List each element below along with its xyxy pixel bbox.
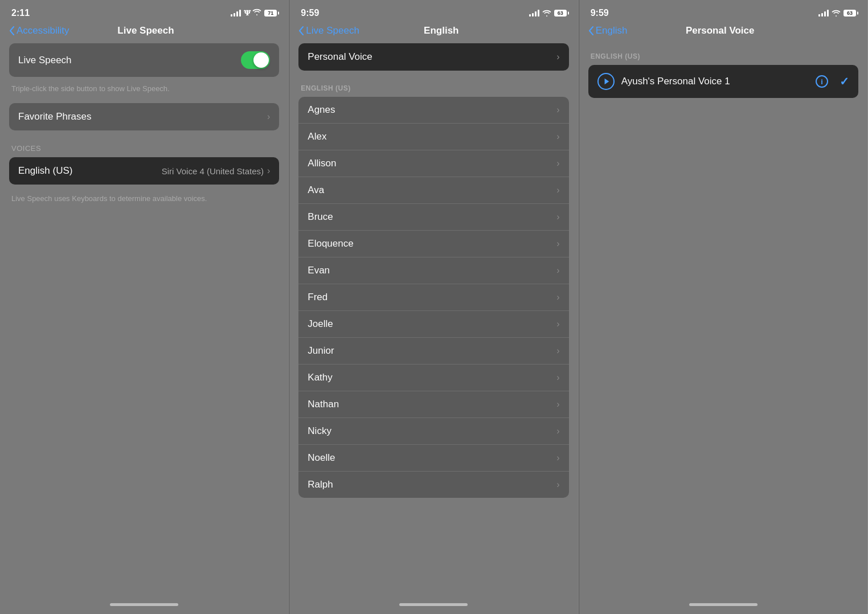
siri-voice-label: Siri Voice 4 (United States) [162, 166, 264, 176]
chevron-icon-voice: › [556, 319, 559, 329]
voice-list-item[interactable]: Allison › [298, 150, 568, 177]
english-us-section-3: English (US) [588, 43, 858, 65]
english-us-section: English (US) [298, 75, 568, 97]
voice-list-item[interactable]: Bruce › [298, 204, 568, 231]
voice-name: Ava [308, 185, 324, 196]
english-us-label: English (US) [18, 165, 72, 177]
wifi-icon-2 [542, 9, 551, 18]
voice-list-item[interactable]: Junior › [298, 338, 568, 365]
status-bar-1: 2:11 𝚿 71 [0, 0, 288, 23]
chevron-icon-voice: › [556, 185, 559, 195]
home-bar-2 [399, 603, 468, 606]
personal-voice-item[interactable]: Ayush's Personal Voice 1 i ✓ [588, 65, 858, 98]
chevron-icon: › [267, 112, 270, 122]
voice-list-item[interactable]: Eloquence › [298, 231, 568, 257]
live-speech-toggle-row[interactable]: Live Speech [9, 43, 279, 77]
page-title-2: English [359, 25, 523, 36]
voice-name: Nathan [308, 399, 339, 410]
home-bar-3 [689, 603, 758, 606]
voice-list-item[interactable]: Nicky › [298, 418, 568, 445]
toggle-knob [253, 52, 269, 68]
checkmark-icon: ✓ [840, 75, 849, 88]
english-us-row[interactable]: English (US) Siri Voice 4 (United States… [9, 157, 279, 185]
wifi-icon-3 [832, 9, 841, 18]
home-indicator-2 [289, 595, 578, 614]
chevron-icon-voice: › [556, 346, 559, 356]
voice-name: Eloquence [308, 238, 353, 249]
content-2: Personal Voice › English (US) Agnes › Al… [289, 43, 578, 595]
info-button[interactable]: i [816, 75, 828, 88]
home-indicator-3 [579, 595, 867, 614]
voice-list-item[interactable]: Nathan › [298, 391, 568, 418]
voice-name: Joelle [308, 318, 333, 330]
nav-bar-1: Accessibility Live Speech [0, 23, 288, 43]
voices-helper-text: Live Speech uses Keyboards to determine … [9, 189, 279, 204]
voice-list-item[interactable]: Kathy › [298, 365, 568, 391]
back-button-1[interactable]: Accessibility [9, 25, 69, 36]
battery-icon-1: 71 [264, 10, 277, 17]
battery-icon-2: 63 [554, 10, 567, 17]
chevron-icon-voice: › [556, 399, 559, 410]
personal-voice-name: Ayush's Personal Voice 1 [621, 76, 809, 87]
chevron-icon-voice: › [556, 373, 559, 383]
screen1: 2:11 𝚿 71 Accessibility Live Speech [0, 0, 289, 614]
voice-list-item[interactable]: Alex › [298, 124, 568, 150]
back-button-2[interactable]: Live Speech [298, 25, 359, 36]
voice-name: Fred [308, 292, 327, 303]
voice-name: Noelle [308, 452, 335, 464]
voice-name: Junior [308, 345, 334, 357]
back-button-3[interactable]: English [588, 25, 628, 36]
voice-list-item[interactable]: Joelle › [298, 311, 568, 338]
home-bar-1 [110, 603, 178, 606]
favorite-phrases-label: Favorite Phrases [18, 111, 92, 122]
time-3: 9:59 [591, 8, 609, 18]
screen3: 9:59 63 English Personal Voice [579, 0, 868, 614]
voice-list-item[interactable]: Ava › [298, 177, 568, 204]
voice-list: Agnes › Alex › Allison › Ava › Bruce › E… [298, 97, 568, 498]
voice-name: Nicky [308, 425, 331, 437]
voice-name: Alex [308, 131, 326, 142]
svg-marker-0 [604, 79, 609, 84]
chevron-icon-voice: › [556, 453, 559, 463]
voice-name: Bruce [308, 211, 333, 223]
chevron-icon-pv: › [556, 52, 559, 62]
chevron-icon-voice: › [556, 132, 559, 142]
chevron-icon-voice: › [556, 480, 559, 490]
live-speech-toggle[interactable] [241, 51, 270, 69]
screen2: 9:59 63 Live Speech English [289, 0, 578, 614]
home-indicator-1 [0, 595, 288, 614]
status-icons-3: 63 [818, 9, 856, 18]
page-title-1: Live Speech [69, 25, 223, 36]
signal-icon-3 [818, 10, 829, 17]
page-title-3: Personal Voice [627, 25, 813, 36]
battery-icon-3: 63 [844, 10, 856, 17]
chevron-icon-voice: › [556, 158, 559, 169]
time-2: 9:59 [301, 8, 319, 18]
voice-list-item[interactable]: Evan › [298, 257, 568, 284]
signal-icon-1 [231, 10, 241, 17]
voice-name: Kathy [308, 372, 332, 383]
chevron-icon-voice: › [556, 426, 559, 436]
voice-name: Ralph [308, 479, 333, 490]
nav-bar-3: English Personal Voice [579, 23, 867, 43]
live-speech-hint: Triple-click the side button to show Liv… [9, 81, 279, 103]
nav-bar-2: Live Speech English [289, 23, 578, 43]
voice-list-item[interactable]: Ralph › [298, 472, 568, 498]
voice-list-item[interactable]: Fred › [298, 284, 568, 311]
favorite-phrases-row[interactable]: Favorite Phrases › [9, 103, 279, 130]
chevron-icon-2: › [267, 166, 270, 176]
personal-voice-label: Personal Voice [308, 51, 372, 63]
status-bar-2: 9:59 63 [289, 0, 578, 23]
voice-list-item[interactable]: Agnes › [298, 97, 568, 124]
content-1: Live Speech Triple-click the side button… [0, 43, 288, 595]
time-1: 2:11 [11, 8, 30, 18]
voice-name: Agnes [308, 104, 335, 116]
status-icons-2: 63 [529, 9, 567, 18]
chevron-icon-voice: › [556, 212, 559, 222]
personal-voice-row[interactable]: Personal Voice › [298, 43, 568, 71]
chevron-icon-voice: › [556, 105, 559, 115]
voice-list-item[interactable]: Noelle › [298, 445, 568, 472]
signal-icon-2 [529, 10, 539, 17]
voice-name: Allison [308, 158, 336, 169]
play-button[interactable] [597, 73, 615, 90]
